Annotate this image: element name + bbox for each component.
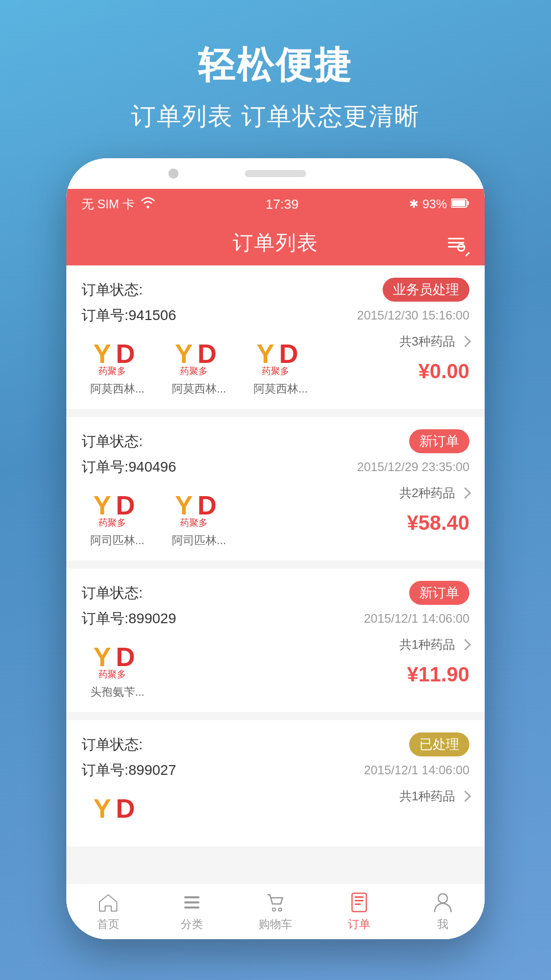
orders-icon bbox=[348, 891, 370, 914]
product-item: Y D 药聚多 阿莫西林... bbox=[245, 333, 316, 397]
battery-text: 93% bbox=[422, 197, 447, 211]
battery-icon bbox=[451, 197, 469, 211]
order-status-label-4: 订单状态: bbox=[82, 735, 143, 754]
svg-rect-29 bbox=[355, 896, 364, 898]
product-name: 阿莫西林... bbox=[90, 381, 144, 397]
nav-label-cart: 购物车 bbox=[259, 917, 292, 932]
svg-rect-31 bbox=[355, 903, 361, 905]
nav-label-me: 我 bbox=[437, 917, 448, 932]
svg-text:D: D bbox=[116, 794, 135, 823]
svg-text:Y: Y bbox=[175, 491, 193, 520]
order-date-2: 2015/12/29 23:35:00 bbox=[357, 460, 469, 474]
order-item-3[interactable]: 订单状态: 新订单 订单号:899029 2015/12/1 14:06:00 … bbox=[66, 569, 485, 712]
product-name: 阿司匹林... bbox=[172, 533, 226, 548]
order-price-3: ¥11.90 bbox=[407, 663, 469, 686]
nav-item-cart[interactable]: 购物车 bbox=[234, 891, 317, 932]
svg-text:Y: Y bbox=[93, 491, 111, 520]
product-item: Y D 药聚多 阿莫西林... bbox=[163, 333, 235, 397]
carrier-text: 无 SIM 卡 bbox=[82, 196, 135, 212]
svg-text:药聚多: 药聚多 bbox=[98, 518, 126, 528]
svg-rect-1 bbox=[467, 201, 469, 205]
product-name: 头孢氨苄... bbox=[90, 684, 144, 700]
product-item: Y D 药聚多 头孢氨苄... bbox=[82, 636, 153, 700]
svg-rect-23 bbox=[184, 896, 199, 898]
home-icon bbox=[97, 891, 119, 914]
order-status-label-2: 订单状态: bbox=[82, 432, 143, 451]
cart-icon bbox=[264, 891, 287, 914]
me-icon bbox=[432, 891, 454, 914]
svg-rect-25 bbox=[184, 906, 199, 909]
nav-title: 订单列表 bbox=[233, 229, 318, 257]
order-price-2: ¥58.40 bbox=[407, 511, 469, 534]
status-bar: 无 SIM 卡 17:39 ✱ 93% bbox=[66, 189, 485, 219]
svg-text:药聚多: 药聚多 bbox=[98, 669, 126, 679]
svg-text:药聚多: 药聚多 bbox=[180, 518, 208, 528]
bottom-nav: 首页 分类 bbox=[66, 883, 485, 939]
product-name: 阿莫西林... bbox=[254, 381, 308, 397]
nav-item-category[interactable]: 分类 bbox=[150, 891, 234, 932]
order-item-2[interactable]: 订单状态: 新订单 订单号:940496 2015/12/29 23:35:00… bbox=[66, 417, 485, 560]
bluetooth-icon: ✱ bbox=[409, 198, 418, 211]
order-list: 订单状态: 业务员处理 订单号:941506 2015/12/30 15:16:… bbox=[66, 265, 485, 939]
svg-rect-28 bbox=[352, 893, 366, 912]
svg-rect-2 bbox=[452, 200, 465, 206]
hero-title: 轻松便捷 bbox=[0, 41, 551, 90]
order-badge-4: 已处理 bbox=[409, 732, 469, 756]
product-item: Y D 药聚多 阿司匹林... bbox=[82, 485, 153, 548]
phone-camera bbox=[168, 168, 179, 179]
svg-text:Y: Y bbox=[93, 339, 111, 369]
svg-text:药聚多: 药聚多 bbox=[262, 366, 289, 376]
order-number-1: 订单号:941506 bbox=[82, 306, 176, 325]
order-price-1: ¥0.00 bbox=[418, 360, 469, 383]
order-status-label-1: 订单状态: bbox=[82, 280, 143, 300]
order-date-1: 2015/12/30 15:16:00 bbox=[357, 308, 469, 323]
order-count-2: 共2种药品 bbox=[399, 485, 469, 501]
product-item: Y D bbox=[82, 788, 153, 834]
nav-label-orders: 订单 bbox=[348, 917, 370, 932]
nav-item-home[interactable]: 首页 bbox=[66, 891, 150, 932]
search-filter-icon[interactable] bbox=[443, 229, 469, 256]
order-number-3: 订单号:899029 bbox=[82, 609, 176, 628]
order-number-4: 订单号:899027 bbox=[82, 761, 176, 780]
product-item: Y D 药聚多 阿司匹林... bbox=[163, 485, 235, 548]
phone-top bbox=[66, 158, 485, 189]
phone-speaker bbox=[245, 170, 306, 177]
order-badge-3: 新订单 bbox=[409, 581, 469, 605]
order-badge-1: 业务员处理 bbox=[383, 278, 469, 302]
nav-label-home: 首页 bbox=[97, 917, 119, 932]
order-item-1[interactable]: 订单状态: 业务员处理 订单号:941506 2015/12/30 15:16:… bbox=[66, 265, 485, 409]
svg-point-27 bbox=[279, 908, 282, 911]
order-date-3: 2015/12/1 14:06:00 bbox=[364, 611, 469, 626]
order-date-4: 2015/12/1 14:06:00 bbox=[364, 763, 469, 777]
order-item-4[interactable]: 订单状态: 已处理 订单号:899027 2015/12/1 14:06:00 … bbox=[66, 720, 485, 846]
svg-text:D: D bbox=[279, 339, 298, 369]
svg-text:D: D bbox=[116, 339, 135, 369]
hero-subtitle: 订单列表 订单状态更清晰 bbox=[0, 100, 551, 133]
svg-text:Y: Y bbox=[175, 339, 193, 369]
svg-text:药聚多: 药聚多 bbox=[180, 366, 208, 376]
nav-item-me[interactable]: 我 bbox=[401, 891, 485, 932]
svg-text:Y: Y bbox=[93, 794, 111, 823]
nav-label-category: 分类 bbox=[181, 917, 203, 932]
svg-point-32 bbox=[438, 894, 447, 903]
category-icon bbox=[181, 891, 203, 914]
svg-text:D: D bbox=[116, 642, 135, 672]
svg-point-26 bbox=[272, 908, 276, 911]
order-count-3: 共1种药品 bbox=[399, 636, 469, 653]
product-item: Y D 药聚多 阿莫西林... bbox=[82, 333, 153, 397]
svg-text:D: D bbox=[116, 491, 135, 520]
nav-item-orders[interactable]: 订单 bbox=[317, 891, 401, 932]
svg-text:Y: Y bbox=[93, 642, 111, 672]
product-name: 阿莫西林... bbox=[172, 381, 226, 397]
order-status-label-3: 订单状态: bbox=[82, 583, 143, 603]
order-count-1: 共3种药品 bbox=[399, 333, 469, 350]
order-count-4: 共1种药品 bbox=[399, 788, 469, 804]
svg-text:D: D bbox=[197, 491, 217, 520]
svg-rect-24 bbox=[184, 901, 199, 903]
svg-text:Y: Y bbox=[257, 339, 274, 369]
status-time: 17:39 bbox=[265, 197, 298, 212]
order-number-2: 订单号:940496 bbox=[82, 457, 176, 477]
phone-mockup: 无 SIM 卡 17:39 ✱ 93% bbox=[66, 158, 485, 939]
order-badge-2: 新订单 bbox=[409, 429, 469, 453]
svg-rect-30 bbox=[355, 900, 364, 901]
